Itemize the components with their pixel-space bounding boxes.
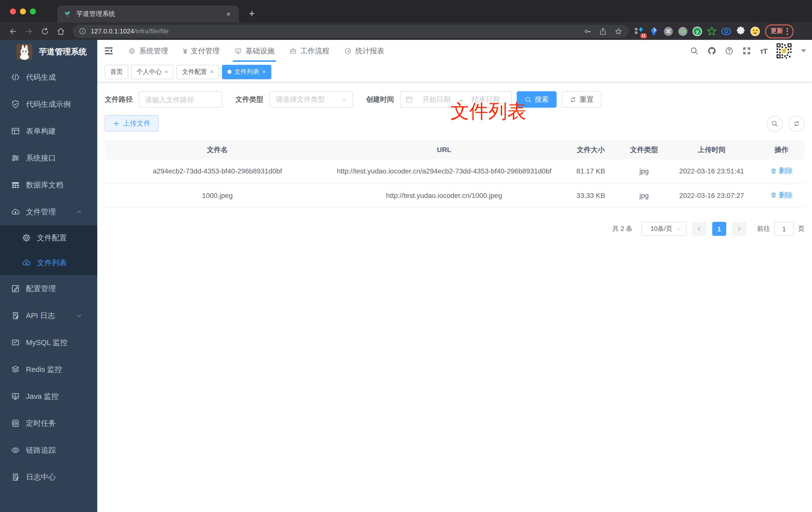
puzzle-ext-icon[interactable] [736, 26, 746, 36]
page-size-select[interactable]: 10条/页 [641, 222, 686, 236]
page-number-current[interactable]: 1 [712, 222, 726, 236]
font-size-icon[interactable]: тT [760, 47, 767, 55]
sidebar-item-文件配置[interactable]: 文件配置 [0, 225, 97, 250]
nav-item-label: 系统管理 [139, 46, 168, 56]
help-icon[interactable] [725, 47, 734, 55]
tag-close-icon[interactable]: × [210, 68, 213, 75]
nav-item-基础设施[interactable]: 基础设施 [229, 40, 280, 62]
view-tag-首页[interactable]: 首页 [105, 65, 128, 79]
url-host: 127.0.0.1:1024 [91, 27, 134, 35]
refresh-circle-button[interactable] [788, 115, 805, 131]
command-ext-icon[interactable]: ⌘ [663, 26, 673, 36]
sidebar-item-label: 文件列表 [37, 258, 67, 268]
site-info-icon[interactable] [79, 27, 86, 35]
goto-page-input[interactable] [774, 222, 794, 236]
reload-icon[interactable] [40, 27, 49, 36]
table-quick-actions [766, 115, 805, 131]
blue-kite-ext-icon[interactable] [649, 26, 659, 36]
sidebar-item-系统接口[interactable]: 系统接口 [0, 145, 97, 172]
sidebar-item-label: 代码生成 [26, 72, 56, 82]
green-dot-ext-icon[interactable] [678, 26, 688, 36]
sidebar-item-表单构建[interactable]: 表单构建 [0, 118, 97, 145]
smiley-avatar-icon[interactable] [750, 26, 760, 36]
nav-item-支付管理[interactable]: ¥支付管理 [178, 40, 225, 62]
type-cell: jpg [623, 159, 665, 183]
zoom-window-button[interactable] [30, 8, 36, 14]
actions-cell: 删除 [758, 183, 805, 208]
svg-text:y: y [696, 29, 699, 34]
url-cell: http://test.yudao.iocoder.cn/1000.jpeg [330, 183, 558, 208]
sidebar-item-Redis 监控[interactable]: Redis 监控 [0, 356, 97, 383]
grid-diamond-ext-icon[interactable]: 11 [634, 26, 644, 36]
sidebar-item-链路追踪[interactable]: 链路追踪 [0, 437, 97, 464]
fullscreen-icon[interactable] [743, 47, 751, 55]
briefcase-icon [290, 47, 297, 55]
upload-button-label: 上传文件 [123, 119, 151, 128]
share-icon[interactable] [599, 27, 607, 35]
nav-item-工作流程[interactable]: 工作流程 [284, 40, 335, 62]
sidebar-item-配置管理[interactable]: 配置管理 [0, 275, 97, 302]
github-icon[interactable] [707, 47, 717, 55]
delete-button[interactable]: 删除 [770, 190, 793, 200]
nav-item-统计报表[interactable]: 统计报表 [339, 40, 390, 62]
minimize-window-button[interactable] [20, 8, 26, 14]
tag-close-icon[interactable]: × [165, 68, 168, 75]
browser-tab[interactable]: 芋道管理系统 × [57, 5, 239, 23]
green-star-ext-icon[interactable] [707, 26, 717, 36]
browser-menu-kebab-icon[interactable] [787, 28, 788, 35]
view-tag-文件列表[interactable]: 文件列表× [222, 65, 271, 79]
sidebar-item-API 日志[interactable]: API 日志 [0, 302, 97, 329]
view-tag-个人中心[interactable]: 个人中心× [131, 65, 174, 79]
tab-close-icon[interactable]: × [224, 10, 233, 18]
actions-cell: 删除 [758, 159, 805, 183]
reset-button[interactable]: 重置 [561, 91, 602, 108]
reset-button-label: 重置 [580, 95, 593, 104]
sidebar-item-文件管理[interactable]: 文件管理 [0, 199, 97, 225]
avatar-caret-down-icon[interactable] [801, 49, 806, 52]
next-page-button[interactable] [732, 222, 746, 236]
back-icon[interactable] [8, 27, 18, 36]
show-search-circle-button[interactable] [766, 115, 783, 131]
sidebar-item-label: 数据库文档 [26, 180, 63, 190]
nav-item-系统管理[interactable]: 系统管理 [123, 40, 174, 62]
delete-button[interactable]: 删除 [770, 165, 793, 176]
sidebar-item-MySQL 监控[interactable]: MySQL 监控 [0, 329, 97, 356]
file-type-select[interactable]: 请选择文件类型 [269, 91, 353, 108]
table-row: 1000.jpeghttp://test.yudao.iocoder.cn/10… [105, 183, 805, 208]
close-window-button[interactable] [10, 8, 16, 14]
sidebar-item-Java 监控[interactable]: Java 监控 [0, 383, 97, 410]
logedit-icon [11, 473, 20, 482]
sidebar-item-label: 系统接口 [26, 153, 56, 163]
sidebar-item-定时任务[interactable]: 定时任务 [0, 410, 97, 437]
gear-icon [128, 47, 136, 55]
url-bar[interactable]: 127.0.0.1:1024/infra/file/file [73, 25, 629, 38]
size-cell: 81.17 KB [558, 159, 623, 183]
bookmark-star-icon[interactable] [614, 27, 622, 35]
url-text[interactable]: 127.0.0.1:1024/infra/file/file [91, 27, 169, 35]
sidebar-item-数据库文档[interactable]: 数据库文档 [0, 172, 97, 199]
y-circle-ext-icon[interactable]: y [692, 26, 702, 36]
user-avatar[interactable] [776, 42, 792, 59]
sidebar-item-文件列表[interactable]: 文件列表 [0, 250, 97, 275]
sidebar-logo[interactable]: 芋道管理系统 [0, 40, 97, 64]
file-path-input[interactable] [139, 91, 223, 108]
sidebar-collapse-icon[interactable] [104, 46, 114, 56]
sidebar-item-日志中心[interactable]: 日志中心 [0, 464, 97, 490]
prev-page-button[interactable] [692, 222, 706, 236]
sidebar-item-代码生成[interactable]: 代码生成 [0, 64, 97, 91]
search-icon[interactable] [690, 47, 699, 55]
nav-item-label: 统计报表 [355, 46, 384, 56]
forward-icon[interactable] [24, 27, 33, 36]
upload-file-button[interactable]: 上传文件 [105, 115, 158, 131]
code-icon [11, 73, 20, 82]
macos-traffic-lights [10, 8, 36, 14]
sidebar-item-代码生成示例[interactable]: 代码生成示例 [0, 91, 97, 118]
new-tab-button[interactable]: + [246, 8, 258, 20]
tags-view-bar: 首页个人中心×文件配置×文件列表× [97, 62, 812, 82]
browser-update-button[interactable]: 更新 [765, 24, 793, 38]
tag-close-icon[interactable]: × [262, 68, 266, 75]
view-tag-文件配置[interactable]: 文件配置× [177, 65, 219, 79]
password-key-icon[interactable] [584, 27, 591, 35]
blue-eye-ext-icon[interactable] [721, 26, 731, 36]
home-icon[interactable] [56, 27, 65, 36]
